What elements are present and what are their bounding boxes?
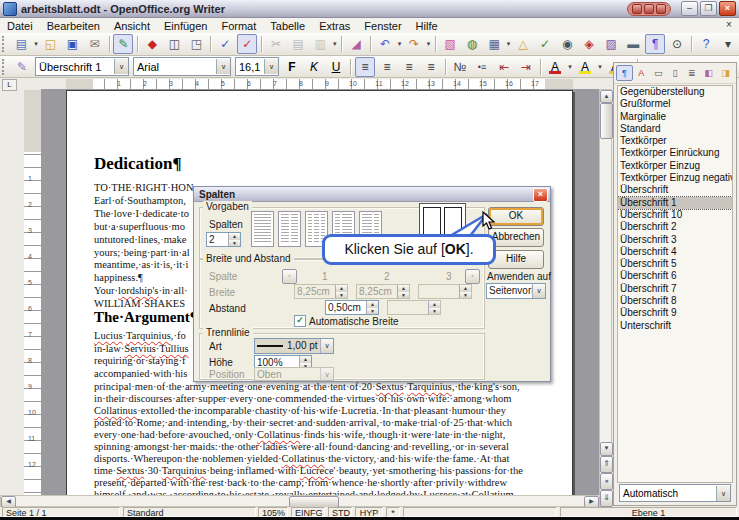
chevron-down-icon[interactable]: ▾ <box>566 63 574 71</box>
status-cell[interactable]: STD <box>328 507 352 517</box>
vertical-ruler[interactable]: 123456789101112 <box>24 90 42 495</box>
chevron-down-icon[interactable]: ▾ <box>596 63 604 71</box>
spellcheck-icon[interactable]: ✓ <box>215 34 235 54</box>
status-cell[interactable]: 105% <box>258 507 288 517</box>
styles-filter-value[interactable]: Automatisch <box>620 488 716 499</box>
decrease-indent-button[interactable]: ⇤ <box>494 57 514 77</box>
auto-spellcheck-icon[interactable]: ✓ <box>237 34 257 54</box>
toolbar-drag-handle[interactable] <box>2 59 9 75</box>
columns-count-field[interactable]: 2 ▲ ▼ <box>206 232 241 247</box>
spin-down-icon[interactable]: ▼ <box>367 308 378 315</box>
dialog-title[interactable]: Spalten <box>194 187 550 202</box>
style-list-item[interactable]: Überschrift 5 <box>618 258 732 270</box>
menu-item-extras[interactable]: Extras <box>312 20 357 32</box>
preset-two-columns[interactable] <box>278 211 301 247</box>
columns-scroll-right-button[interactable]: ◦ <box>465 269 480 284</box>
toolbar-options-icon[interactable]: ▾ <box>718 34 738 54</box>
chevron-down-icon[interactable]: ▾ <box>425 40 432 48</box>
list-styles-icon[interactable]: ≣ <box>683 65 700 81</box>
chevron-down-icon[interactable]: ∨ <box>114 59 128 74</box>
chevron-down-icon[interactable]: ∨ <box>532 284 545 298</box>
columns-count-value[interactable]: 2 <box>207 233 228 246</box>
new-style-from-selection-icon[interactable]: ◨ <box>717 65 734 81</box>
edit-file-icon[interactable]: ✎ <box>113 34 133 54</box>
navigation-icon[interactable]: ● <box>600 473 613 490</box>
align-right-button[interactable]: ≡ <box>399 57 419 77</box>
chevron-down-icon[interactable]: ▾ <box>396 40 403 48</box>
chevron-down-icon[interactable]: ▾ <box>331 40 338 48</box>
font-size-value[interactable]: 16,1 <box>236 61 264 73</box>
line-style-value[interactable]: 1,00 pt <box>285 339 320 353</box>
recorder-button[interactable] <box>656 4 666 14</box>
open-icon[interactable]: ◱ <box>41 34 61 54</box>
spacing-spinner[interactable]: ▲▼ <box>366 301 378 314</box>
style-list-item[interactable]: Überschrift 3 <box>618 234 732 246</box>
new-document-icon[interactable]: ▤ <box>11 34 31 54</box>
status-cell[interactable]: EINFG <box>291 507 325 517</box>
zoom-icon[interactable]: ⊙ <box>667 34 687 54</box>
next-page-icon[interactable]: ⇓ <box>600 490 613 507</box>
close-button[interactable]: × <box>719 1 736 16</box>
navigator-icon[interactable]: ◈ <box>579 34 599 54</box>
toolbar-drag-handle[interactable] <box>2 36 8 52</box>
format-paintbrush-icon[interactable]: ◢ <box>346 34 366 54</box>
style-list-item[interactable]: Überschrift 10 <box>618 209 732 221</box>
preset-one-column[interactable] <box>251 211 274 247</box>
line-style-combo[interactable]: 1,00 pt ∨ <box>254 338 334 354</box>
recorder-button[interactable] <box>632 4 642 14</box>
increase-indent-button[interactable]: ⇥ <box>516 57 536 77</box>
automatic-width-checkbox[interactable]: ✓ <box>294 315 306 327</box>
style-list-item[interactable]: Überschrift 1 <box>618 197 732 209</box>
style-list-item[interactable]: Überschrift 7 <box>618 283 732 295</box>
chevron-down-icon[interactable]: ∨ <box>716 486 730 501</box>
chevron-down-icon[interactable]: ∨ <box>216 59 230 74</box>
cancel-button[interactable]: Abbrechen <box>488 228 544 247</box>
style-list-item[interactable]: Überschrift 6 <box>618 270 732 282</box>
style-list-item[interactable]: Textkörper <box>618 135 732 147</box>
horizontal-scrollbar[interactable]: ◀ ▶ <box>0 495 598 507</box>
style-list-item[interactable]: Textkörper Einrückung <box>618 147 732 159</box>
paragraph-style-value[interactable]: Überschrift 1 <box>36 61 114 73</box>
email-icon[interactable]: ✉ <box>85 34 105 54</box>
spacing-field-1[interactable]: 0,50cm ▲▼ <box>325 300 379 315</box>
undo-icon[interactable]: ↶ <box>375 34 395 54</box>
close-document-icon[interactable]: × <box>723 19 735 30</box>
style-list-item[interactable]: Überschrift <box>618 184 732 196</box>
help-icon[interactable]: ? <box>696 34 716 54</box>
font-name-value[interactable]: Arial <box>134 61 216 73</box>
page-preview-icon[interactable]: ◳ <box>186 34 206 54</box>
styles-list[interactable]: GegenüberstellungGrußformelMarginalieSta… <box>617 85 733 483</box>
font-color-button[interactable]: A <box>545 57 565 77</box>
status-cell[interactable]: * <box>386 507 400 517</box>
form-controls-icon[interactable]: ✓ <box>535 34 555 54</box>
menu-item-fenster[interactable]: Fenster <box>357 20 408 32</box>
hyperlink-icon[interactable]: ◍ <box>462 34 482 54</box>
paragraph-style-combo[interactable]: Überschrift 1 ∨ <box>35 57 129 76</box>
chevron-down-icon[interactable]: ∨ <box>320 339 333 353</box>
menu-item-datei[interactable]: Datei <box>0 20 40 32</box>
gallery-icon[interactable]: ▨ <box>601 34 621 54</box>
highlighting-button[interactable]: A <box>575 57 595 77</box>
style-list-item[interactable]: Marginalie <box>618 111 732 123</box>
align-left-button[interactable]: ≡ <box>355 57 375 77</box>
fill-format-mode-icon[interactable]: ◧ <box>700 65 717 81</box>
frame-styles-icon[interactable]: ▭ <box>650 65 667 81</box>
bullets-button[interactable]: •≡ <box>472 57 492 77</box>
menu-item-hilfe[interactable]: Hilfe <box>409 20 445 32</box>
automatic-width-label[interactable]: Automatische Breite <box>309 316 399 327</box>
export-pdf-icon[interactable]: ◆ <box>142 34 162 54</box>
spin-down-icon[interactable]: ▼ <box>229 240 240 247</box>
save-icon[interactable]: ▣ <box>63 34 83 54</box>
spacing-value-1[interactable]: 0,50cm <box>326 301 366 314</box>
horizontal-ruler[interactable]: 1234567891011121314151617 <box>44 79 598 89</box>
menu-item-ansicht[interactable]: Ansicht <box>107 20 157 32</box>
gallery-colors-icon[interactable]: ▧ <box>440 34 460 54</box>
redo-icon[interactable]: ↷ <box>404 34 424 54</box>
apply-to-value[interactable]: Seitenvorlage <box>487 284 532 298</box>
find-replace-icon[interactable]: ◉ <box>557 34 577 54</box>
apply-to-combo[interactable]: Seitenvorlage ∨ <box>486 283 546 299</box>
menu-item-bearbeiten[interactable]: Bearbeiten <box>40 20 107 32</box>
tab-stop-selector[interactable]: L <box>2 79 17 91</box>
style-list-item[interactable]: Textkörper Einzug negativ <box>618 172 732 184</box>
bold-button[interactable]: F <box>282 57 302 77</box>
